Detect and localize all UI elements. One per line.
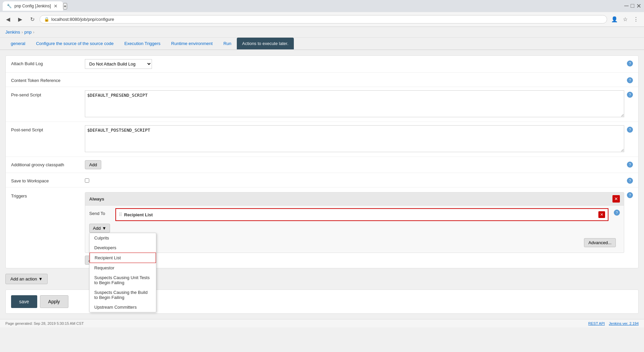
- url-text: localhost:8080/job/pnp/configure: [51, 17, 114, 22]
- breadcrumb-pnp[interactable]: pnp: [24, 30, 32, 35]
- maximize-icon[interactable]: □: [631, 2, 634, 10]
- tab-source[interactable]: Configure the source of the source code: [31, 38, 119, 49]
- dropdown-item-upstream[interactable]: Upstream Committers: [90, 302, 156, 312]
- dropdown-item-unit-tests[interactable]: Suspects Causing Unit Tests to Begin Fai…: [90, 273, 156, 288]
- lock-icon: 🔒: [44, 17, 49, 22]
- dropdown-item-culprits[interactable]: Culprits: [90, 233, 156, 243]
- post-send-script-textarea[interactable]: $DEFAULT_POSTSEND_SCRIPT: [85, 125, 624, 152]
- new-tab-button[interactable]: +: [63, 3, 67, 9]
- add-recipient-dropdown: Culprits Developers Recipient List Reque…: [89, 233, 156, 312]
- groovy-classpath-control: Add: [85, 160, 624, 169]
- address-bar[interactable]: 🔒 localhost:8080/job/pnp/configure: [40, 15, 607, 24]
- tab-favicon: 🔧: [7, 4, 12, 8]
- jenkins-ver-link[interactable]: Jenkins ver. 2.194: [609, 321, 639, 325]
- pre-send-script-label: Pre-send Script: [11, 90, 85, 97]
- save-to-workspace-help[interactable]: ?: [627, 178, 633, 184]
- save-to-workspace-label: Save to Workspace: [11, 176, 85, 183]
- dropdown-item-build-failing[interactable]: Suspects Causing the Build to Begin Fail…: [90, 288, 156, 302]
- remove-trigger-button[interactable]: ✕: [612, 195, 620, 203]
- tab-execution-triggers[interactable]: Execution Triggers: [119, 38, 166, 49]
- star-icon[interactable]: ☆: [621, 15, 630, 24]
- recipient-list-label: Recipient List: [124, 212, 153, 217]
- pre-send-script-help[interactable]: ?: [627, 92, 633, 98]
- post-send-script-control: $DEFAULT_POSTSEND_SCRIPT: [85, 125, 624, 153]
- tab-run[interactable]: Run: [218, 38, 237, 49]
- pre-send-script-textarea[interactable]: $DEFAULT_PRESEND_SCRIPT: [85, 90, 624, 117]
- breadcrumb-sep-1: ›: [21, 30, 23, 35]
- main-content: Attach Build Log Do Not Attach Build Log…: [0, 50, 644, 319]
- page-generated-text: Page generated: Sep 28, 2019 5:30:15 AM …: [5, 321, 84, 325]
- tab-general[interactable]: general: [5, 38, 31, 49]
- browser-chrome: 🔧 pnp Config [Jenkins] ✕ + ─ □ ✕ ◀ ▶ ↻ 🔒…: [0, 0, 644, 27]
- add-action-arrow-icon: ▼: [39, 276, 43, 281]
- browser-titlebar: 🔧 pnp Config [Jenkins] ✕ + ─ □ ✕: [0, 0, 644, 12]
- add-action-button[interactable]: Add an action ▼: [5, 274, 48, 284]
- post-send-script-row: Post-send Script $DEFAULT_POSTSEND_SCRIP…: [6, 122, 638, 157]
- forward-button[interactable]: ▶: [15, 15, 25, 24]
- reload-button[interactable]: ↻: [28, 15, 37, 24]
- breadcrumb-sep-2: ›: [33, 30, 34, 35]
- rest-api-link[interactable]: REST API: [588, 321, 605, 325]
- save-button[interactable]: save: [11, 295, 37, 308]
- form-section: Attach Build Log Do Not Attach Build Log…: [5, 55, 639, 268]
- attach-build-log-control: Do Not Attach Build Log Attach Build Log…: [85, 59, 624, 69]
- minimize-icon[interactable]: ─: [624, 2, 629, 10]
- close-tab-icon[interactable]: ✕: [54, 3, 58, 9]
- remove-recipient-button[interactable]: ✕: [598, 211, 605, 218]
- add-label: Add: [93, 226, 101, 231]
- advanced-row: Advanced...: [89, 235, 620, 250]
- save-to-workspace-row: Save to Workspace ?: [6, 173, 638, 187]
- triggers-section: Always ✕ Send To ⠿ Recipient List: [85, 192, 624, 265]
- drag-handle-icon: ⠿: [119, 212, 122, 217]
- attach-build-log-select[interactable]: Do Not Attach Build Log Attach Build Log…: [85, 59, 152, 69]
- save-to-workspace-checkbox[interactable]: [85, 178, 89, 183]
- add-trigger-row: Add Trigger ▼: [85, 256, 624, 265]
- dropdown-item-recipient-list[interactable]: Recipient List: [90, 253, 156, 263]
- menu-icon[interactable]: ⋮: [631, 15, 641, 24]
- attach-build-log-label: Attach Build Log: [11, 59, 85, 66]
- recipient-box: ⠿ Recipient List ✕: [115, 208, 608, 221]
- attach-build-log-row: Attach Build Log Do Not Attach Build Log…: [6, 56, 638, 73]
- breadcrumb: Jenkins › pnp ›: [0, 27, 644, 38]
- content-token-help[interactable]: ?: [627, 77, 633, 83]
- recipient-help[interactable]: ?: [614, 210, 620, 216]
- browser-tab[interactable]: 🔧 pnp Config [Jenkins] ✕: [3, 1, 63, 11]
- back-button[interactable]: ◀: [3, 15, 13, 24]
- attach-build-log-help[interactable]: ?: [627, 60, 633, 67]
- apply-button[interactable]: Apply: [40, 295, 68, 308]
- triggers-help[interactable]: ?: [627, 192, 633, 198]
- footer: Page generated: Sep 28, 2019 5:30:15 AM …: [0, 319, 644, 327]
- tabs-bar: general Configure the source of the sour…: [0, 38, 644, 50]
- save-to-workspace-control: [85, 176, 624, 184]
- send-to-section: Send To ⠿ Recipient List ✕ ?: [85, 206, 624, 253]
- groovy-add-button[interactable]: Add: [85, 160, 101, 169]
- post-send-script-label: Post-send Script: [11, 125, 85, 132]
- content-token-row: Content Token Reference ?: [6, 73, 638, 87]
- add-action-label: Add an action: [10, 276, 37, 281]
- trigger-header: Always ✕: [85, 192, 624, 206]
- breadcrumb-jenkins[interactable]: Jenkins: [5, 30, 20, 35]
- tab-runtime[interactable]: Runtime environment: [166, 38, 218, 49]
- triggers-control: Always ✕ Send To ⠿ Recipient List: [85, 191, 624, 265]
- dropdown-item-developers[interactable]: Developers: [90, 243, 156, 253]
- close-window-icon[interactable]: ✕: [636, 2, 641, 10]
- send-to-label: Send To: [89, 208, 113, 216]
- groovy-help[interactable]: ?: [627, 162, 633, 168]
- jenkins-wrapper: Jenkins › pnp › general Configure the so…: [0, 27, 644, 329]
- profile-icon[interactable]: 👤: [610, 15, 619, 24]
- tab-actions[interactable]: Actions to execute later.: [237, 38, 294, 49]
- advanced-button[interactable]: Advanced...: [584, 238, 616, 247]
- trigger-title: Always: [89, 196, 104, 202]
- post-send-script-help[interactable]: ?: [627, 127, 633, 133]
- footer-links: REST API Jenkins ver. 2.194: [588, 321, 639, 325]
- add-recipient-button[interactable]: Add ▼: [89, 224, 110, 233]
- browser-controls: ◀ ▶ ↻ 🔒 localhost:8080/job/pnp/configure…: [0, 12, 644, 27]
- pre-send-script-row: Pre-send Script $DEFAULT_PRESEND_SCRIPT …: [6, 87, 638, 122]
- triggers-row: Triggers Always ✕ Send To: [6, 187, 638, 268]
- dropdown-arrow-icon: ▼: [102, 226, 106, 231]
- dropdown-item-requestor[interactable]: Requestor: [90, 263, 156, 273]
- triggers-label: Triggers: [11, 191, 85, 199]
- groovy-classpath-row: Additional groovy classpath Add ?: [6, 157, 638, 173]
- pre-send-script-control: $DEFAULT_PRESEND_SCRIPT: [85, 90, 624, 118]
- tab-title: pnp Config [Jenkins]: [14, 4, 51, 8]
